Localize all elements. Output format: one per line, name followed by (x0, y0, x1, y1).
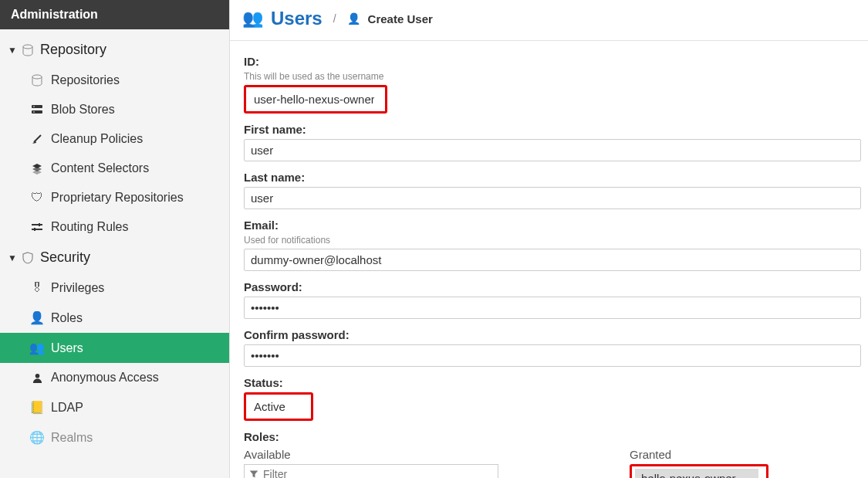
sidebar-item-label: Proprietary Repositories (51, 191, 184, 205)
breadcrumb-title[interactable]: Users (271, 8, 323, 29)
label-first-name: First name: (244, 123, 868, 136)
sidebar-item-label: Content Selectors (51, 161, 149, 175)
field-status: Status: (244, 376, 868, 421)
user-small-icon: 👤 (347, 12, 360, 25)
roles-filter-box[interactable] (244, 464, 498, 478)
field-password: Password: (244, 280, 868, 319)
input-email[interactable] (244, 249, 861, 271)
main-panel: 👥 Users / 👤 Create User ID: This will be… (230, 0, 868, 478)
svg-rect-11 (32, 229, 42, 230)
sidebar-item-blob-stores[interactable]: Blob Stores (0, 95, 229, 124)
label-email: Email: (244, 219, 868, 232)
svg-point-14 (35, 373, 39, 378)
book-icon: 📒 (29, 400, 45, 415)
cylinder-icon (29, 74, 45, 86)
roles-granted-header: Granted (630, 448, 768, 461)
svg-line-6 (34, 135, 41, 142)
server-icon (29, 103, 45, 116)
sidebar-item-ldap[interactable]: 📒 LDAP (0, 392, 229, 422)
group-label: Repository (40, 42, 106, 58)
sidebar-item-repositories[interactable]: Repositories (0, 66, 229, 95)
field-id: ID: This will be used as the username (244, 55, 868, 114)
chevron-down-icon: ▼ (8, 45, 17, 56)
sidebar-item-proprietary-repositories[interactable]: 🛡 Proprietary Repositories (0, 183, 229, 212)
sidebar: Administration ▼ Repository Repositories… (0, 0, 230, 478)
label-last-name: Last name: (244, 171, 868, 184)
sidebar-item-label: Roles (51, 311, 83, 325)
svg-point-5 (33, 111, 35, 113)
users-large-icon: 👥 (242, 8, 263, 29)
svg-marker-9 (32, 170, 42, 175)
svg-rect-10 (32, 224, 42, 225)
roles-available-column: Available (244, 448, 498, 478)
label-status: Status: (244, 376, 868, 389)
roles-granted-column: Granted hello-nexus-owner (630, 448, 768, 478)
svg-point-0 (23, 45, 32, 49)
sidebar-item-users[interactable]: 👥 Users (0, 333, 229, 363)
highlight-id (244, 85, 387, 114)
globe-icon: 🌐 (29, 430, 45, 445)
sidebar-item-label: Cleanup Policies (51, 132, 143, 146)
sidebar-item-content-selectors[interactable]: Content Selectors (0, 154, 229, 183)
breadcrumb: 👥 Users / 👤 Create User (230, 0, 868, 41)
breadcrumb-separator: / (333, 12, 336, 25)
medal-icon: 🎖 (29, 281, 45, 295)
shield-icon (20, 252, 35, 264)
badge-icon: 🛡 (29, 191, 45, 205)
highlight-granted: hello-nexus-owner (630, 464, 768, 478)
input-id[interactable] (248, 89, 380, 110)
sidebar-item-anonymous-access[interactable]: Anonymous Access (0, 363, 229, 392)
label-id: ID: (244, 55, 868, 68)
field-confirm-password: Confirm password: (244, 328, 868, 367)
sidebar-item-roles[interactable]: 👤 Roles (0, 303, 229, 333)
svg-point-4 (33, 106, 35, 107)
svg-rect-3 (32, 110, 42, 114)
broom-icon (29, 133, 45, 145)
group-repository[interactable]: ▼ Repository (0, 34, 229, 66)
sidebar-item-label: Anonymous Access (51, 371, 159, 385)
users-icon: 👥 (29, 341, 45, 355)
breadcrumb-sub: Create User (368, 12, 433, 25)
input-password[interactable] (244, 297, 861, 319)
user-solid-icon (29, 372, 45, 384)
hint-email: Used for notifications (244, 235, 868, 246)
sidebar-title: Administration (0, 0, 229, 29)
field-email: Email: Used for notifications (244, 219, 868, 271)
sidebar-item-label: Repositories (51, 73, 120, 87)
group-label: Security (40, 249, 90, 266)
select-status[interactable] (248, 396, 303, 417)
sidebar-item-routing-rules[interactable]: Routing Rules (0, 212, 229, 242)
person-icon: 👤 (29, 310, 45, 325)
field-first-name: First name: (244, 123, 868, 161)
create-user-form: ID: This will be used as the username Fi… (230, 41, 868, 478)
group-security[interactable]: ▼ Security (0, 242, 229, 273)
field-last-name: Last name: (244, 171, 868, 209)
label-password: Password: (244, 280, 868, 293)
roles-filter-input[interactable] (263, 468, 493, 478)
field-roles: Roles: Available Granted hello-nexus-own… (244, 430, 868, 478)
sidebar-item-privileges[interactable]: 🎖 Privileges (0, 273, 229, 303)
sidebar-item-label: Blob Stores (51, 103, 115, 117)
granted-role-item[interactable]: hello-nexus-owner (635, 469, 758, 478)
stack-icon (29, 162, 45, 175)
input-first-name[interactable] (244, 139, 861, 161)
highlight-status (244, 392, 313, 421)
input-last-name[interactable] (244, 187, 861, 209)
sidebar-item-cleanup-policies[interactable]: Cleanup Policies (0, 124, 229, 154)
svg-rect-13 (34, 228, 35, 231)
sidebar-item-label: LDAP (51, 401, 83, 415)
sidebar-item-realms[interactable]: 🌐 Realms (0, 422, 229, 453)
sidebar-item-label: Privileges (51, 281, 104, 295)
svg-point-1 (32, 75, 42, 79)
chevron-down-icon: ▼ (8, 253, 17, 263)
label-confirm-password: Confirm password: (244, 328, 868, 341)
cylinder-icon (20, 44, 35, 56)
nav-tree: ▼ Repository Repositories Blob Stores Cl… (0, 29, 229, 453)
sidebar-item-label: Routing Rules (51, 220, 129, 234)
sidebar-item-label: Realms (51, 431, 93, 445)
filter-icon (249, 470, 258, 478)
svg-rect-2 (32, 105, 42, 108)
input-confirm-password[interactable] (244, 344, 861, 367)
roles-available-header: Available (244, 448, 498, 461)
route-icon (29, 221, 45, 233)
